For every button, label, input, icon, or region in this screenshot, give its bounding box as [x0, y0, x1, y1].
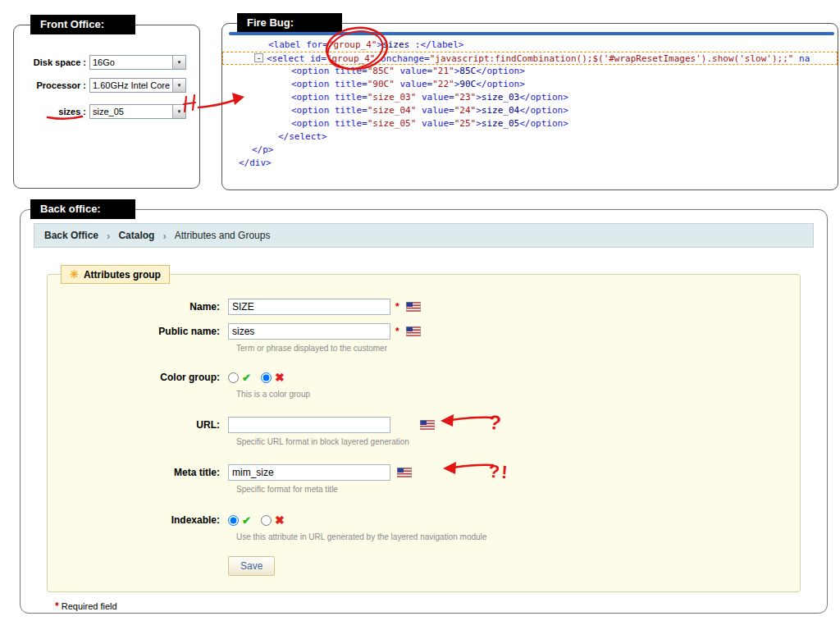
- indexable-row: Indexable: ✔ ✖: [64, 511, 783, 529]
- breadcrumb-item-catalog[interactable]: Catalog: [118, 230, 154, 241]
- code-token: title=: [335, 105, 368, 116]
- code-token: "22": [432, 79, 454, 89]
- code-token: "21": [432, 66, 454, 76]
- code-token: title=: [335, 92, 368, 103]
- code-line: <option title="85C" value="21">85C</opti…: [222, 65, 838, 78]
- check-icon: ✔: [242, 514, 251, 527]
- url-input[interactable]: [228, 417, 390, 433]
- code-line: <option title="size_03" value="23">size_…: [222, 91, 838, 104]
- disk-space-select[interactable]: 16Go ▼: [89, 55, 186, 70]
- sizes-row: sizes : size_05 ▼: [21, 104, 193, 119]
- breadcrumb-item-current: Attributes and Groups: [175, 230, 271, 241]
- color-group-yes-radio[interactable]: [228, 372, 239, 383]
- code-token: "size_05": [368, 118, 417, 129]
- code-line: <label for="group_4">sizes :</label>: [222, 39, 838, 52]
- back-office-panel: Back office: Back Office › Catalog › Att…: [20, 209, 828, 614]
- url-row: URL:: [64, 416, 783, 434]
- code-line-selected[interactable]: -<select id="group_4" onchange="javascri…: [222, 52, 838, 65]
- code-token: <select: [267, 53, 310, 64]
- cross-icon: ✖: [275, 371, 285, 384]
- dropdown-arrow-icon[interactable]: ▼: [172, 105, 185, 118]
- public-name-input[interactable]: [228, 323, 390, 340]
- code-token: "25": [454, 118, 477, 129]
- code-token: "group_4": [328, 39, 377, 50]
- public-name-row: Public name: *: [64, 322, 783, 340]
- name-input[interactable]: [228, 299, 390, 315]
- required-field-text: Required field: [62, 601, 117, 611]
- code-line: <option title="size_05" value="25">size_…: [222, 117, 838, 130]
- field-hint: Specific format for meta title: [236, 485, 783, 496]
- code-token: size_03: [482, 92, 519, 103]
- code-token: <option: [291, 92, 335, 103]
- disk-space-value: 16Go: [90, 56, 172, 69]
- us-flag-icon: [397, 468, 412, 477]
- code-token: </p>: [252, 144, 274, 155]
- processor-row: Processor : 1.60GHz Intel Core 2 ▼: [21, 78, 193, 93]
- code-token: "90C": [368, 79, 395, 89]
- required-field-note: * Required field: [55, 600, 827, 612]
- color-group-label: Color group:: [64, 372, 228, 383]
- firebug-code: <label for="group_4">sizes :</label>-<se…: [222, 39, 838, 188]
- fieldset-legend: ✳ Attributes group: [61, 265, 170, 284]
- code-line: </div>: [222, 157, 838, 170]
- meta-title-input[interactable]: [228, 464, 390, 481]
- code-token: onchange=: [375, 53, 429, 64]
- sizes-value: size_05: [90, 105, 172, 118]
- field-hint: Specific URL format in block layered gen…: [236, 437, 783, 449]
- name-label: Name:: [64, 301, 228, 313]
- us-flag-icon: [406, 326, 421, 336]
- field-hint: Use this attribute in URL generated by t…: [236, 532, 783, 544]
- field-hint: Term or phrase displayed to the customer: [236, 344, 783, 355]
- us-flag-icon: [420, 420, 435, 430]
- color-group-row: Color group: ✔ ✖: [64, 368, 783, 386]
- code-token: 85C: [459, 66, 476, 76]
- disk-space-label: Disk space :: [21, 57, 89, 67]
- code-token: "group_4": [326, 53, 376, 64]
- cross-icon: ✖: [275, 514, 285, 527]
- firebug-divider: [229, 32, 834, 35]
- required-mark: *: [395, 326, 399, 337]
- code-token: sizes :: [382, 39, 420, 50]
- code-token: </option>: [519, 105, 568, 116]
- code-token: "85C": [368, 66, 395, 76]
- code-token: 90C: [459, 79, 476, 89]
- public-name-label: Public name:: [64, 326, 228, 337]
- breadcrumb-separator: ›: [107, 230, 110, 242]
- code-token: "size_03": [368, 92, 417, 103]
- code-token: size_04: [482, 105, 519, 116]
- code-token: </option>: [476, 79, 525, 89]
- firebug-panel: Fire Bug: <label for="group_4">sizes :</…: [221, 23, 838, 190]
- code-token: </label>: [420, 39, 463, 50]
- save-button[interactable]: Save: [228, 556, 275, 576]
- sizes-select[interactable]: size_05 ▼: [89, 104, 186, 119]
- code-token: >: [476, 105, 482, 116]
- back-office-tag: Back office:: [30, 199, 135, 219]
- required-mark: *: [395, 301, 399, 313]
- front-office-panel: Front Office: Disk space : 16Go ▼ Proces…: [13, 25, 200, 189]
- code-token: <option: [291, 118, 335, 129]
- url-label: URL:: [64, 419, 228, 431]
- code-token: </option>: [519, 92, 568, 103]
- dropdown-arrow-icon[interactable]: ▼: [172, 79, 185, 92]
- code-token: </option>: [476, 66, 525, 76]
- indexable-yes-radio[interactable]: [228, 515, 239, 526]
- check-icon: ✔: [242, 372, 251, 384]
- code-token: value=: [395, 66, 432, 76]
- code-token: title=: [335, 66, 368, 76]
- code-token: <option: [291, 66, 335, 76]
- breadcrumb-item-back-office[interactable]: Back Office: [44, 230, 98, 241]
- code-token: <option: [291, 105, 335, 116]
- dropdown-arrow-icon[interactable]: ▼: [172, 56, 185, 69]
- processor-select[interactable]: 1.60GHz Intel Core 2 ▼: [89, 78, 186, 93]
- code-token: for=: [306, 39, 328, 50]
- code-token: na: [793, 53, 810, 64]
- color-group-no-radio[interactable]: [261, 372, 272, 383]
- code-token: "javascript:findCombination();$('#wrapRe…: [430, 53, 794, 64]
- code-token: >: [476, 118, 482, 129]
- indexable-no-radio[interactable]: [261, 515, 272, 526]
- meta-title-label: Meta title:: [64, 467, 228, 478]
- collapse-toggle-icon[interactable]: -: [254, 53, 263, 62]
- breadcrumb: Back Office › Catalog › Attributes and G…: [34, 223, 814, 248]
- code-token: title=: [335, 79, 368, 89]
- firebug-tag: Fire Bug:: [237, 13, 342, 33]
